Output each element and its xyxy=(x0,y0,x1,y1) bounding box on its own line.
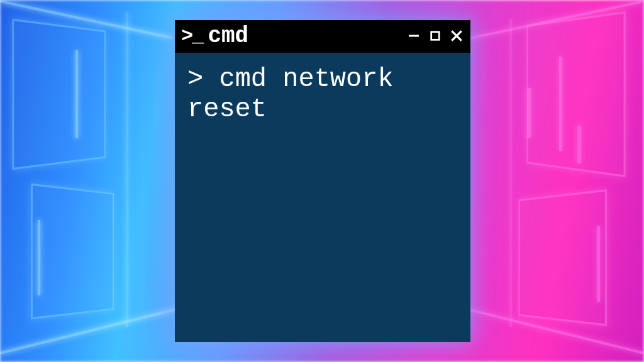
terminal-window[interactable]: >_ cmd > cmd network reset xyxy=(175,20,470,342)
close-icon[interactable] xyxy=(449,28,464,43)
terminal-command-line: > cmd network reset xyxy=(187,64,458,125)
terminal-body[interactable]: > cmd network reset xyxy=(175,53,470,342)
titlebar[interactable]: >_ cmd xyxy=(175,20,470,53)
svg-rect-1 xyxy=(431,32,440,40)
command-text: cmd network reset xyxy=(187,64,409,124)
terminal-icon: >_ xyxy=(181,25,203,48)
window-title: cmd xyxy=(208,23,406,49)
window-controls xyxy=(406,28,464,43)
minimize-icon[interactable] xyxy=(406,28,421,43)
maximize-icon[interactable] xyxy=(428,28,443,43)
prompt-symbol: > xyxy=(187,64,219,94)
